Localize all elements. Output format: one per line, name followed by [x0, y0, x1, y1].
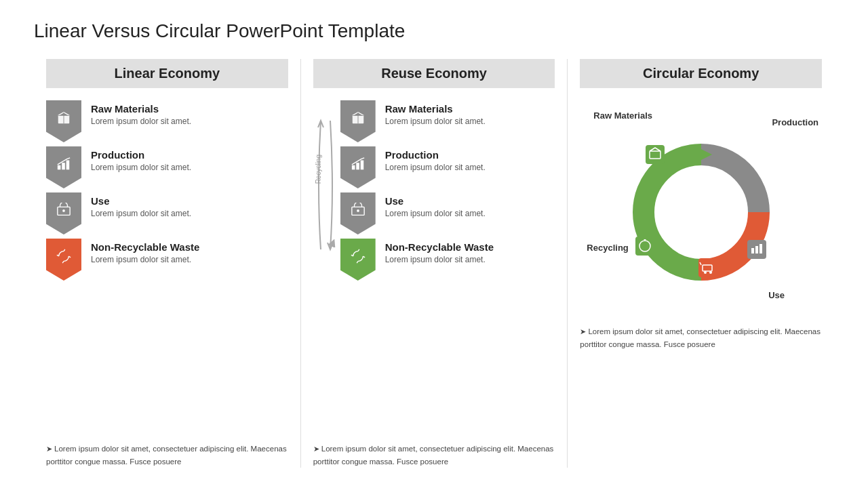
recycling-label: Recycling — [315, 155, 322, 184]
reuse-raw-text: Raw Materials Lorem ipsum dolor sit amet… — [385, 100, 486, 127]
raw-materials-desc: Lorem ipsum dolor sit amet. — [91, 116, 191, 127]
circ-use-label: Use — [768, 290, 785, 300]
column-reuse: Reuse Economy Recy — [301, 59, 568, 468]
list-item: Use Lorem ipsum dolor sit amet. — [46, 192, 288, 235]
reuse-raw-desc: Lorem ipsum dolor sit amet. — [385, 116, 486, 127]
svg-rect-11 — [352, 165, 355, 169]
reuse-use-label: Use — [385, 195, 486, 207]
raw-materials-label: Raw Materials — [91, 103, 191, 115]
svg-point-15 — [357, 209, 359, 212]
columns-container: Linear Economy Raw Materials Lorem ipsum… — [34, 59, 834, 468]
svg-rect-20 — [751, 248, 754, 253]
reuse-raw-icon — [340, 100, 376, 142]
waste-icon — [46, 239, 81, 281]
production-label: Production — [91, 149, 191, 161]
svg-rect-13 — [360, 160, 363, 169]
reuse-header: Reuse Economy — [313, 59, 555, 88]
waste-label: Non-Recyclable Waste — [91, 241, 199, 253]
reuse-use-text: Use Lorem ipsum dolor sit amet. — [385, 192, 486, 220]
linear-arrow-list: Raw Materials Lorem ipsum dolor sit amet… — [46, 100, 288, 434]
list-item: Use Lorem ipsum dolor sit amet. — [340, 192, 555, 235]
reuse-prod-desc: Lorem ipsum dolor sit amet. — [385, 162, 486, 174]
slide-title: Linear Versus Circular PowerPoint Templa… — [34, 20, 834, 42]
list-item: Non-Recyclable Waste Lorem ipsum dolor s… — [340, 239, 555, 281]
raw-materials-icon — [46, 100, 81, 142]
list-item: Raw Materials Lorem ipsum dolor sit amet… — [46, 100, 288, 142]
list-item: Production Lorem ipsum dolor sit amet. — [340, 146, 555, 188]
production-desc: Lorem ipsum dolor sit amet. — [91, 162, 191, 174]
circular-svg — [606, 117, 796, 300]
linear-footer: Lorem ipsum dolor sit amet, consectetuer… — [46, 443, 288, 468]
reuse-waste-text: Non-Recyclable Waste Lorem ipsum dolor s… — [385, 239, 494, 266]
recycling-arrow-area: Recycling — [313, 100, 338, 434]
reuse-waste-desc: Lorem ipsum dolor sit amet. — [385, 254, 494, 266]
reuse-use-icon — [340, 192, 376, 235]
svg-point-16 — [655, 166, 747, 258]
production-icon — [46, 146, 81, 188]
waste-text: Non-Recyclable Waste Lorem ipsum dolor s… — [91, 239, 199, 266]
svg-rect-12 — [356, 163, 359, 169]
circular-footer: Lorem ipsum dolor sit amet, consectetuer… — [580, 325, 822, 350]
slide: Linear Versus Circular PowerPoint Templa… — [0, 0, 868, 488]
reuse-waste-label: Non-Recyclable Waste — [385, 241, 494, 253]
use-label: Use — [91, 195, 191, 207]
svg-point-25 — [704, 271, 707, 274]
linear-header: Linear Economy — [46, 59, 288, 88]
use-icon — [46, 192, 81, 235]
list-item: Production Lorem ipsum dolor sit amet. — [46, 146, 288, 188]
svg-rect-4 — [62, 163, 65, 169]
column-linear: Linear Economy Raw Materials Lorem ipsum… — [34, 59, 301, 468]
svg-rect-23 — [698, 258, 717, 277]
list-item: Raw Materials Lorem ipsum dolor sit amet… — [340, 100, 555, 142]
reuse-arrow-list: Raw Materials Lorem ipsum dolor sit amet… — [340, 100, 555, 434]
reuse-use-desc: Lorem ipsum dolor sit amet. — [385, 208, 486, 220]
reuse-inner: Recycling Raw Materials Lorem ipsum dolo — [313, 100, 555, 434]
reuse-raw-label: Raw Materials — [385, 103, 486, 115]
svg-rect-3 — [58, 165, 61, 169]
reuse-prod-text: Production Lorem ipsum dolor sit amet. — [385, 146, 486, 174]
svg-point-7 — [62, 209, 65, 212]
svg-point-26 — [709, 271, 712, 274]
raw-materials-text: Raw Materials Lorem ipsum dolor sit amet… — [91, 100, 191, 127]
waste-desc: Lorem ipsum dolor sit amet. — [91, 254, 199, 266]
list-item: Non-Recyclable Waste Lorem ipsum dolor s… — [46, 239, 288, 281]
svg-rect-22 — [760, 244, 762, 253]
circ-prod-label: Production — [772, 117, 818, 127]
column-circular: Circular Economy — [568, 59, 834, 468]
reuse-footer: Lorem ipsum dolor sit amet, consectetuer… — [313, 443, 555, 468]
circ-raw-label: Raw Materials — [593, 110, 652, 121]
production-text: Production Lorem ipsum dolor sit amet. — [91, 146, 191, 174]
reuse-prod-icon — [340, 146, 376, 188]
reuse-waste-icon — [340, 239, 376, 281]
use-text: Use Lorem ipsum dolor sit amet. — [91, 192, 191, 220]
use-desc: Lorem ipsum dolor sit amet. — [91, 208, 191, 220]
reuse-prod-label: Production — [385, 149, 486, 161]
circular-diagram: Raw Materials Production Recycling Use — [580, 100, 822, 317]
svg-rect-21 — [755, 246, 758, 253]
circular-header: Circular Economy — [580, 59, 822, 88]
svg-rect-5 — [66, 160, 70, 169]
recycling-arrow-svg — [315, 114, 336, 263]
circ-recycling-label: Recycling — [587, 243, 628, 253]
